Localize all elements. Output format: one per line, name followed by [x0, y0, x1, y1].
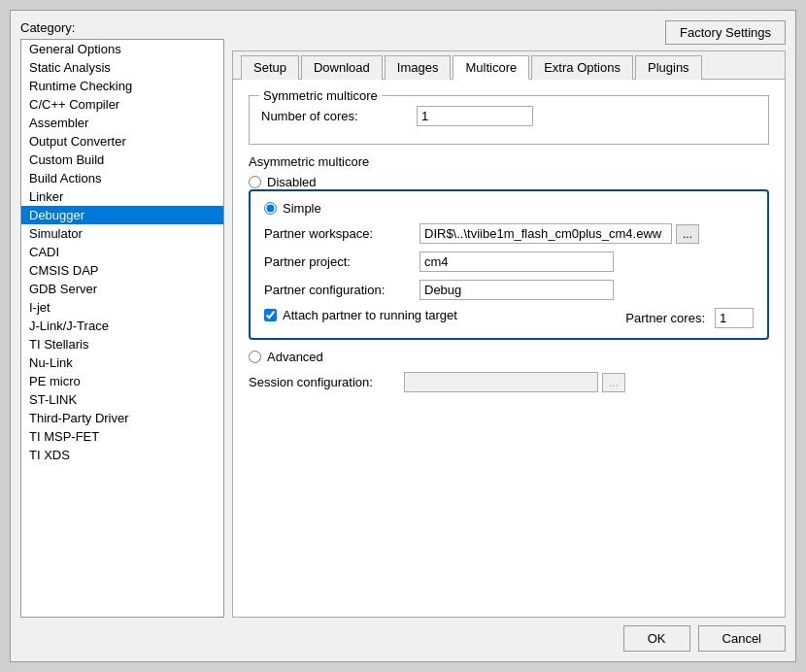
- symmetric-multicore-title: Symmetric multicore: [259, 88, 382, 103]
- advanced-radio[interactable]: [249, 351, 261, 363]
- sidebar-item-assembler[interactable]: Assembler: [21, 114, 223, 132]
- simple-radio-row: Simple: [264, 201, 754, 216]
- tab-plugins[interactable]: Plugins: [635, 55, 702, 80]
- advanced-label: Advanced: [267, 350, 323, 364]
- attach-checkbox-row: Attach partner to running target: [264, 308, 457, 322]
- partner-workspace-row: Partner workspace: ...: [264, 223, 754, 244]
- sidebar-item-output-converter[interactable]: Output Converter: [21, 132, 223, 151]
- tab-setup[interactable]: Setup: [241, 55, 299, 80]
- attach-checkbox[interactable]: [264, 309, 277, 321]
- tab-download[interactable]: Download: [301, 55, 383, 80]
- tab-content: Symmetric multicore Number of cores: Asy…: [233, 80, 785, 617]
- tab-extra-options[interactable]: Extra Options: [531, 55, 633, 80]
- number-of-cores-label: Number of cores:: [261, 109, 417, 123]
- number-of-cores-row: Number of cores:: [261, 106, 756, 126]
- tabs-row: SetupDownloadImagesMulticoreExtra Option…: [233, 51, 785, 80]
- sidebar-item-build-actions[interactable]: Build Actions: [21, 169, 223, 187]
- advanced-radio-row: Advanced: [249, 350, 769, 364]
- sidebar-item-i-jet[interactable]: I-jet: [21, 298, 223, 317]
- session-configuration-input: [404, 372, 598, 392]
- simple-box: Simple Partner workspace: ... Partner pr…: [249, 189, 769, 340]
- sidebar-item-static-analysis[interactable]: Static Analysis: [21, 58, 223, 77]
- session-configuration-row: Session configuration: ...: [249, 372, 769, 392]
- dialog-footer: OK Cancel: [20, 618, 786, 652]
- category-label: Category:: [20, 20, 224, 35]
- sidebar-item-nu-link[interactable]: Nu-Link: [21, 353, 223, 372]
- sidebar-item-ti-stellaris[interactable]: TI Stellaris: [21, 335, 223, 353]
- disabled-radio[interactable]: [249, 176, 261, 188]
- tab-multicore[interactable]: Multicore: [453, 55, 529, 80]
- partner-project-row: Partner project:: [264, 252, 754, 272]
- sidebar-item-linker[interactable]: Linker: [21, 187, 223, 206]
- main-dialog: Category: General OptionsStatic Analysis…: [10, 10, 796, 662]
- sidebar-item-st-link[interactable]: ST-LINK: [21, 390, 223, 409]
- partner-configuration-label: Partner configuration:: [264, 283, 420, 297]
- partner-configuration-row: Partner configuration:: [264, 280, 754, 300]
- main-content: Factory Settings SetupDownloadImagesMult…: [232, 20, 786, 618]
- asymmetric-section: Asymmetric multicore Disabled Simple: [249, 154, 769, 392]
- sidebar-item-simulator[interactable]: Simulator: [21, 224, 223, 243]
- disabled-label: Disabled: [267, 175, 317, 189]
- disabled-radio-row: Disabled: [249, 175, 769, 189]
- partner-configuration-input[interactable]: [420, 280, 614, 300]
- sidebar-item-third-party-driver[interactable]: Third-Party Driver: [21, 409, 223, 427]
- sidebar-item-runtime-checking[interactable]: Runtime Checking: [21, 77, 223, 95]
- number-of-cores-input[interactable]: [417, 106, 533, 126]
- partner-project-label: Partner project:: [264, 254, 420, 269]
- sidebar-list: General OptionsStatic AnalysisRuntime Ch…: [20, 39, 224, 618]
- partner-project-input[interactable]: [420, 252, 614, 272]
- simple-label: Simple: [283, 201, 321, 216]
- sidebar-item-cadi[interactable]: CADI: [21, 243, 223, 261]
- symmetric-multicore-group: Symmetric multicore Number of cores:: [249, 95, 769, 145]
- sidebar-item-cmsis-dap[interactable]: CMSIS DAP: [21, 261, 223, 280]
- sidebar: Category: General OptionsStatic Analysis…: [20, 20, 224, 618]
- partner-workspace-input[interactable]: [420, 223, 672, 244]
- sidebar-item-general-options[interactable]: General Options: [21, 40, 223, 58]
- sidebar-item-ti-msp-fet[interactable]: TI MSP-FET: [21, 427, 223, 446]
- attach-label: Attach partner to running target: [283, 308, 457, 322]
- partner-cores-row: Partner cores:: [625, 308, 754, 328]
- factory-settings-button[interactable]: Factory Settings: [665, 20, 786, 45]
- ok-button[interactable]: OK: [623, 625, 690, 652]
- sidebar-item-jlink-jtrace[interactable]: J-Link/J-Trace: [21, 317, 223, 335]
- browse-session-button: ...: [602, 373, 625, 392]
- simple-radio[interactable]: [264, 202, 277, 215]
- session-configuration-label: Session configuration:: [249, 375, 404, 389]
- sidebar-item-debugger[interactable]: Debugger: [21, 206, 223, 224]
- sidebar-item-gdb-server[interactable]: GDB Server: [21, 280, 223, 298]
- asymmetric-label: Asymmetric multicore: [249, 154, 769, 169]
- partner-cores-label: Partner cores:: [625, 311, 705, 325]
- sidebar-item-pe-micro[interactable]: PE micro: [21, 372, 223, 390]
- content-panel: SetupDownloadImagesMulticoreExtra Option…: [232, 50, 786, 618]
- browse-workspace-button[interactable]: ...: [676, 224, 699, 244]
- cancel-button[interactable]: Cancel: [698, 625, 786, 652]
- sidebar-item-cpp-compiler[interactable]: C/C++ Compiler: [21, 95, 223, 114]
- partner-workspace-label: Partner workspace:: [264, 226, 420, 241]
- sidebar-item-custom-build[interactable]: Custom Build: [21, 151, 223, 169]
- sidebar-item-ti-xds[interactable]: TI XDS: [21, 446, 223, 464]
- advanced-section: Advanced Session configuration: ...: [249, 350, 769, 392]
- partner-cores-input[interactable]: [715, 308, 754, 328]
- tab-images[interactable]: Images: [385, 55, 452, 80]
